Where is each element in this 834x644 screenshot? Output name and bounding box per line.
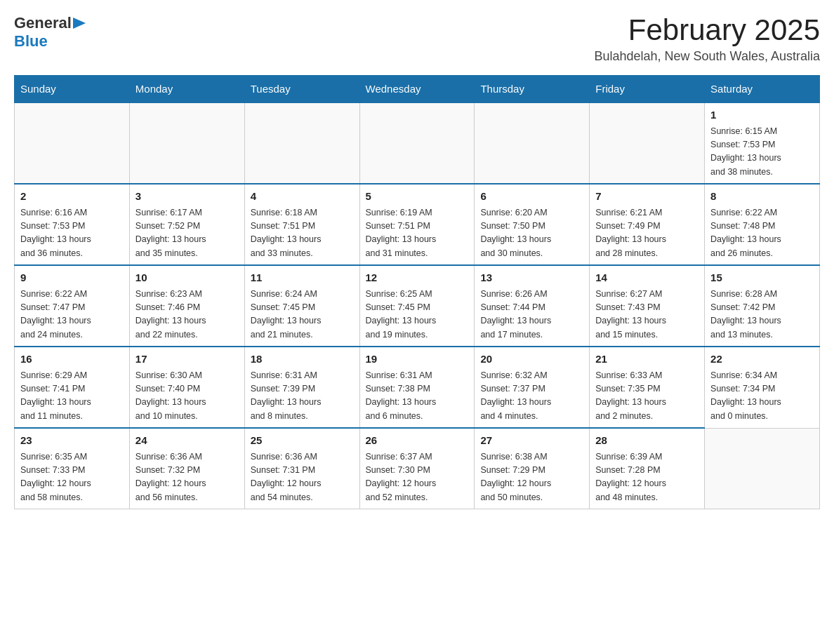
calendar-day-cell: 1Sunrise: 6:15 AMSunset: 7:53 PMDaylight… <box>705 102 820 184</box>
calendar-day-cell: 28Sunrise: 6:39 AMSunset: 7:28 PMDayligh… <box>590 428 705 509</box>
calendar-day-cell: 24Sunrise: 6:36 AMSunset: 7:32 PMDayligh… <box>129 428 244 509</box>
day-info: Sunrise: 6:35 AMSunset: 7:33 PMDaylight:… <box>20 450 124 505</box>
day-number: 28 <box>595 433 699 449</box>
calendar-day-cell: 5Sunrise: 6:19 AMSunset: 7:51 PMDaylight… <box>359 184 475 265</box>
col-monday: Monday <box>129 76 244 103</box>
day-info: Sunrise: 6:17 AMSunset: 7:52 PMDaylight:… <box>135 206 239 261</box>
day-number: 18 <box>251 351 354 368</box>
day-number: 15 <box>710 270 814 286</box>
day-info: Sunrise: 6:20 AMSunset: 7:50 PMDaylight:… <box>480 206 583 261</box>
day-info: Sunrise: 6:25 AMSunset: 7:45 PMDaylight:… <box>366 288 469 342</box>
day-info: Sunrise: 6:33 AMSunset: 7:35 PMDaylight:… <box>595 369 699 424</box>
day-number: 2 <box>20 189 124 205</box>
day-number: 7 <box>595 189 699 205</box>
calendar-week-row: 9Sunrise: 6:22 AMSunset: 7:47 PMDaylight… <box>15 265 820 347</box>
location-title: Bulahdelah, New South Wales, Australia <box>594 49 820 64</box>
svg-marker-0 <box>73 18 86 29</box>
day-info: Sunrise: 6:31 AMSunset: 7:39 PMDaylight:… <box>251 369 354 424</box>
day-number: 3 <box>135 189 239 205</box>
logo-triangle-icon <box>73 18 86 30</box>
day-info: Sunrise: 6:29 AMSunset: 7:41 PMDaylight:… <box>20 369 124 424</box>
calendar-day-cell: 16Sunrise: 6:29 AMSunset: 7:41 PMDayligh… <box>15 347 130 428</box>
day-info: Sunrise: 6:34 AMSunset: 7:34 PMDaylight:… <box>710 369 814 424</box>
day-number: 9 <box>20 270 124 286</box>
logo: General Blue <box>14 14 86 51</box>
day-number: 5 <box>366 189 469 205</box>
day-info: Sunrise: 6:15 AMSunset: 7:53 PMDaylight:… <box>710 125 814 180</box>
day-info: Sunrise: 6:22 AMSunset: 7:48 PMDaylight:… <box>710 206 814 261</box>
calendar-day-cell: 21Sunrise: 6:33 AMSunset: 7:35 PMDayligh… <box>590 347 705 428</box>
calendar-day-cell: 6Sunrise: 6:20 AMSunset: 7:50 PMDaylight… <box>475 184 590 265</box>
calendar-day-cell: 10Sunrise: 6:23 AMSunset: 7:46 PMDayligh… <box>129 265 244 347</box>
calendar-day-cell: 2Sunrise: 6:16 AMSunset: 7:53 PMDaylight… <box>15 184 130 265</box>
day-info: Sunrise: 6:19 AMSunset: 7:51 PMDaylight:… <box>366 206 469 261</box>
day-number: 1 <box>710 107 814 123</box>
day-info: Sunrise: 6:24 AMSunset: 7:45 PMDaylight:… <box>251 288 354 342</box>
calendar-day-cell: 15Sunrise: 6:28 AMSunset: 7:42 PMDayligh… <box>705 265 820 347</box>
calendar-day-cell <box>475 102 590 184</box>
day-number: 22 <box>710 351 814 368</box>
day-number: 12 <box>366 270 469 286</box>
day-info: Sunrise: 6:16 AMSunset: 7:53 PMDaylight:… <box>20 206 124 261</box>
day-number: 21 <box>595 351 699 368</box>
calendar-day-cell: 8Sunrise: 6:22 AMSunset: 7:48 PMDaylight… <box>705 184 820 265</box>
day-number: 17 <box>135 351 239 368</box>
logo-text-blue: Blue <box>14 32 48 50</box>
col-sunday: Sunday <box>15 76 130 103</box>
day-info: Sunrise: 6:26 AMSunset: 7:44 PMDaylight:… <box>480 288 583 342</box>
day-info: Sunrise: 6:31 AMSunset: 7:38 PMDaylight:… <box>366 369 469 424</box>
calendar-day-cell <box>129 102 244 184</box>
day-number: 26 <box>366 433 469 449</box>
day-number: 14 <box>595 270 699 286</box>
col-thursday: Thursday <box>475 76 590 103</box>
day-info: Sunrise: 6:38 AMSunset: 7:29 PMDaylight:… <box>480 450 583 505</box>
day-number: 20 <box>480 351 583 368</box>
calendar-day-cell: 20Sunrise: 6:32 AMSunset: 7:37 PMDayligh… <box>475 347 590 428</box>
calendar-day-cell: 17Sunrise: 6:30 AMSunset: 7:40 PMDayligh… <box>129 347 244 428</box>
day-number: 4 <box>251 189 354 205</box>
calendar-day-cell <box>705 428 820 509</box>
day-number: 25 <box>251 433 354 449</box>
day-info: Sunrise: 6:18 AMSunset: 7:51 PMDaylight:… <box>251 206 354 261</box>
calendar-day-cell: 3Sunrise: 6:17 AMSunset: 7:52 PMDaylight… <box>129 184 244 265</box>
calendar-week-row: 2Sunrise: 6:16 AMSunset: 7:53 PMDaylight… <box>15 184 820 265</box>
col-tuesday: Tuesday <box>244 76 359 103</box>
col-saturday: Saturday <box>705 76 820 103</box>
calendar-header-row: Sunday Monday Tuesday Wednesday Thursday… <box>15 76 820 103</box>
calendar-day-cell: 11Sunrise: 6:24 AMSunset: 7:45 PMDayligh… <box>244 265 359 347</box>
day-info: Sunrise: 6:23 AMSunset: 7:46 PMDaylight:… <box>135 288 239 342</box>
day-info: Sunrise: 6:36 AMSunset: 7:32 PMDaylight:… <box>135 450 239 505</box>
day-number: 13 <box>480 270 583 286</box>
col-friday: Friday <box>590 76 705 103</box>
day-number: 19 <box>366 351 469 368</box>
day-info: Sunrise: 6:27 AMSunset: 7:43 PMDaylight:… <box>595 288 699 342</box>
day-number: 11 <box>251 270 354 286</box>
day-number: 6 <box>480 189 583 205</box>
calendar-day-cell: 22Sunrise: 6:34 AMSunset: 7:34 PMDayligh… <box>705 347 820 428</box>
calendar-day-cell: 7Sunrise: 6:21 AMSunset: 7:49 PMDaylight… <box>590 184 705 265</box>
day-info: Sunrise: 6:21 AMSunset: 7:49 PMDaylight:… <box>595 206 699 261</box>
title-block: February 2025 Bulahdelah, New South Wale… <box>594 14 820 64</box>
calendar-day-cell: 18Sunrise: 6:31 AMSunset: 7:39 PMDayligh… <box>244 347 359 428</box>
day-number: 10 <box>135 270 239 286</box>
calendar-day-cell: 14Sunrise: 6:27 AMSunset: 7:43 PMDayligh… <box>590 265 705 347</box>
month-title: February 2025 <box>594 14 820 46</box>
calendar-day-cell: 27Sunrise: 6:38 AMSunset: 7:29 PMDayligh… <box>475 428 590 509</box>
calendar-day-cell: 13Sunrise: 6:26 AMSunset: 7:44 PMDayligh… <box>475 265 590 347</box>
calendar-day-cell: 23Sunrise: 6:35 AMSunset: 7:33 PMDayligh… <box>15 428 130 509</box>
calendar-day-cell: 19Sunrise: 6:31 AMSunset: 7:38 PMDayligh… <box>359 347 475 428</box>
calendar-week-row: 16Sunrise: 6:29 AMSunset: 7:41 PMDayligh… <box>15 347 820 428</box>
logo-text-general: General <box>14 14 72 32</box>
calendar-table: Sunday Monday Tuesday Wednesday Thursday… <box>14 75 820 509</box>
calendar-day-cell <box>590 102 705 184</box>
calendar-day-cell: 9Sunrise: 6:22 AMSunset: 7:47 PMDaylight… <box>15 265 130 347</box>
day-info: Sunrise: 6:39 AMSunset: 7:28 PMDaylight:… <box>595 450 699 505</box>
day-info: Sunrise: 6:30 AMSunset: 7:40 PMDaylight:… <box>135 369 239 424</box>
day-number: 23 <box>20 433 124 449</box>
calendar-day-cell: 12Sunrise: 6:25 AMSunset: 7:45 PMDayligh… <box>359 265 475 347</box>
col-wednesday: Wednesday <box>359 76 475 103</box>
calendar-day-cell: 4Sunrise: 6:18 AMSunset: 7:51 PMDaylight… <box>244 184 359 265</box>
day-info: Sunrise: 6:22 AMSunset: 7:47 PMDaylight:… <box>20 288 124 342</box>
day-number: 8 <box>710 189 814 205</box>
day-number: 27 <box>480 433 583 449</box>
